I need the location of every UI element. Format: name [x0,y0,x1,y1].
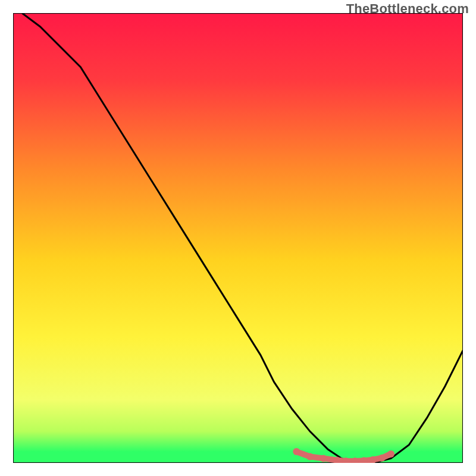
chart-svg [13,13,463,463]
optimal-band-marker [320,455,327,462]
optimal-band-marker [306,453,314,460]
optimal-band-marker [387,450,394,458]
optimal-band-marker [293,448,300,455]
plot-area [13,13,463,463]
chart-container: TheBottleneck.com [0,0,476,476]
watermark-text: TheBottleneck.com [346,1,469,17]
gradient-background [13,13,463,463]
optimal-band-marker [378,455,386,462]
